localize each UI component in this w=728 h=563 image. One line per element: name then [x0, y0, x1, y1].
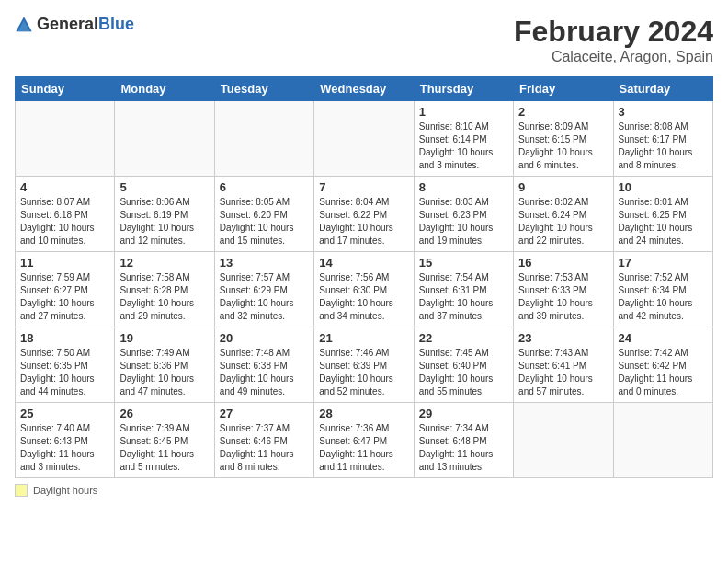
day-info: Sunrise: 7:58 AM Sunset: 6:28 PM Dayligh… [119, 271, 209, 323]
day-info: Sunrise: 7:57 AM Sunset: 6:29 PM Dayligh… [220, 271, 309, 323]
day-info: Sunrise: 7:54 AM Sunset: 6:31 PM Dayligh… [419, 271, 508, 323]
day-number: 27 [220, 407, 309, 420]
calendar-cell: 2Sunrise: 8:09 AM Sunset: 6:15 PM Daylig… [514, 101, 613, 177]
day-number: 8 [419, 180, 508, 194]
col-header-thursday: Thursday [414, 77, 513, 101]
day-info: Sunrise: 7:49 AM Sunset: 6:36 PM Dayligh… [119, 347, 209, 398]
header-row: SundayMondayTuesdayWednesdayThursdayFrid… [16, 77, 713, 101]
calendar-cell [613, 403, 712, 478]
calendar-cell: 1Sunrise: 8:10 AM Sunset: 6:14 PM Daylig… [414, 101, 513, 177]
day-info: Sunrise: 7:59 AM Sunset: 6:27 PM Dayligh… [20, 271, 109, 323]
day-number: 26 [119, 407, 209, 420]
calendar-cell [314, 101, 414, 177]
day-info: Sunrise: 8:08 AM Sunset: 6:17 PM Dayligh… [619, 121, 708, 172]
day-number: 22 [419, 331, 508, 345]
calendar-cell [16, 101, 115, 177]
day-number: 19 [119, 331, 209, 345]
calendar-cell: 3Sunrise: 8:08 AM Sunset: 6:17 PM Daylig… [613, 101, 712, 177]
calendar-cell: 12Sunrise: 7:58 AM Sunset: 6:28 PM Dayli… [115, 252, 214, 327]
main-container: GeneralBlue February 2024 Calaceite, Ara… [0, 0, 728, 506]
calendar-cell: 8Sunrise: 8:03 AM Sunset: 6:23 PM Daylig… [414, 177, 513, 252]
calendar-cell [514, 403, 613, 478]
day-info: Sunrise: 8:07 AM Sunset: 6:18 PM Dayligh… [20, 196, 109, 247]
day-info: Sunrise: 7:53 AM Sunset: 6:33 PM Dayligh… [518, 271, 608, 323]
calendar-cell: 14Sunrise: 7:56 AM Sunset: 6:30 PM Dayli… [314, 252, 414, 327]
calendar-week-1: 4Sunrise: 8:07 AM Sunset: 6:18 PM Daylig… [16, 177, 713, 252]
day-info: Sunrise: 8:10 AM Sunset: 6:14 PM Dayligh… [419, 121, 508, 172]
col-header-wednesday: Wednesday [314, 77, 414, 101]
day-number: 25 [20, 407, 109, 420]
day-number: 15 [419, 256, 508, 270]
col-header-monday: Monday [115, 77, 214, 101]
day-info: Sunrise: 8:02 AM Sunset: 6:24 PM Dayligh… [518, 196, 608, 247]
day-number: 13 [220, 256, 309, 270]
day-number: 18 [20, 331, 109, 345]
day-info: Sunrise: 8:06 AM Sunset: 6:19 PM Dayligh… [119, 196, 209, 247]
calendar-cell: 15Sunrise: 7:54 AM Sunset: 6:31 PM Dayli… [414, 252, 513, 327]
day-info: Sunrise: 7:56 AM Sunset: 6:30 PM Dayligh… [319, 271, 408, 323]
calendar-week-2: 11Sunrise: 7:59 AM Sunset: 6:27 PM Dayli… [16, 252, 713, 327]
day-info: Sunrise: 8:09 AM Sunset: 6:15 PM Dayligh… [518, 121, 608, 172]
col-header-saturday: Saturday [613, 77, 712, 101]
day-number: 5 [119, 180, 209, 194]
day-number: 14 [319, 256, 408, 270]
calendar-cell: 29Sunrise: 7:34 AM Sunset: 6:48 PM Dayli… [414, 403, 513, 478]
day-number: 10 [619, 180, 708, 194]
calendar-week-3: 18Sunrise: 7:50 AM Sunset: 6:35 PM Dayli… [16, 327, 713, 403]
day-info: Sunrise: 7:50 AM Sunset: 6:35 PM Dayligh… [20, 347, 109, 398]
day-info: Sunrise: 7:43 AM Sunset: 6:41 PM Dayligh… [518, 347, 608, 398]
day-number: 12 [119, 256, 209, 270]
day-info: Sunrise: 8:04 AM Sunset: 6:22 PM Dayligh… [319, 196, 408, 247]
day-info: Sunrise: 7:40 AM Sunset: 6:43 PM Dayligh… [20, 422, 109, 474]
day-info: Sunrise: 7:34 AM Sunset: 6:48 PM Dayligh… [419, 422, 508, 474]
calendar-cell: 7Sunrise: 8:04 AM Sunset: 6:22 PM Daylig… [314, 177, 414, 252]
calendar-cell: 10Sunrise: 8:01 AM Sunset: 6:25 PM Dayli… [613, 177, 712, 252]
day-number: 23 [518, 331, 608, 345]
calendar-cell: 4Sunrise: 8:07 AM Sunset: 6:18 PM Daylig… [16, 177, 115, 252]
calendar-cell: 9Sunrise: 8:02 AM Sunset: 6:24 PM Daylig… [514, 177, 613, 252]
calendar-cell: 24Sunrise: 7:42 AM Sunset: 6:42 PM Dayli… [613, 327, 712, 403]
calendar-cell: 5Sunrise: 8:06 AM Sunset: 6:19 PM Daylig… [115, 177, 214, 252]
day-number: 24 [619, 331, 708, 345]
col-header-friday: Friday [514, 77, 613, 101]
day-number: 3 [619, 105, 708, 119]
legend-label: Daylight hours [33, 485, 97, 496]
calendar-cell: 6Sunrise: 8:05 AM Sunset: 6:20 PM Daylig… [214, 177, 313, 252]
day-number: 6 [220, 180, 309, 194]
day-number: 20 [220, 331, 309, 345]
day-info: Sunrise: 7:48 AM Sunset: 6:38 PM Dayligh… [220, 347, 309, 398]
day-info: Sunrise: 7:42 AM Sunset: 6:42 PM Dayligh… [619, 347, 708, 398]
calendar-cell: 25Sunrise: 7:40 AM Sunset: 6:43 PM Dayli… [16, 403, 115, 478]
calendar-table: SundayMondayTuesdayWednesdayThursdayFrid… [15, 76, 713, 478]
day-number: 11 [20, 256, 109, 270]
day-number: 4 [20, 180, 109, 194]
day-number: 16 [518, 256, 608, 270]
day-info: Sunrise: 7:39 AM Sunset: 6:45 PM Dayligh… [119, 422, 209, 474]
day-info: Sunrise: 8:01 AM Sunset: 6:25 PM Dayligh… [619, 196, 708, 247]
calendar-cell: 13Sunrise: 7:57 AM Sunset: 6:29 PM Dayli… [214, 252, 313, 327]
day-number: 28 [319, 407, 408, 420]
calendar-body: 1Sunrise: 8:10 AM Sunset: 6:14 PM Daylig… [16, 101, 713, 478]
day-info: Sunrise: 7:52 AM Sunset: 6:34 PM Dayligh… [619, 271, 708, 323]
legend: Daylight hours [15, 484, 713, 497]
calendar-cell: 18Sunrise: 7:50 AM Sunset: 6:35 PM Dayli… [16, 327, 115, 403]
logo-icon [15, 16, 33, 34]
calendar-week-4: 25Sunrise: 7:40 AM Sunset: 6:43 PM Dayli… [16, 403, 713, 478]
day-number: 2 [518, 105, 608, 119]
day-number: 7 [319, 180, 408, 194]
calendar-cell [115, 101, 214, 177]
day-number: 17 [619, 256, 708, 270]
calendar-cell: 11Sunrise: 7:59 AM Sunset: 6:27 PM Dayli… [16, 252, 115, 327]
logo-general: GeneralBlue [37, 15, 134, 34]
header: GeneralBlue February 2024 Calaceite, Ara… [15, 15, 713, 65]
calendar-cell: 22Sunrise: 7:45 AM Sunset: 6:40 PM Dayli… [414, 327, 513, 403]
logo: GeneralBlue [15, 15, 134, 34]
calendar-cell [214, 101, 313, 177]
day-info: Sunrise: 7:46 AM Sunset: 6:39 PM Dayligh… [319, 347, 408, 398]
day-info: Sunrise: 8:03 AM Sunset: 6:23 PM Dayligh… [419, 196, 508, 247]
title-block: February 2024 Calaceite, Aragon, Spain [514, 15, 713, 65]
location-subtitle: Calaceite, Aragon, Spain [514, 49, 713, 65]
col-header-sunday: Sunday [16, 77, 115, 101]
calendar-cell: 26Sunrise: 7:39 AM Sunset: 6:45 PM Dayli… [115, 403, 214, 478]
calendar-week-0: 1Sunrise: 8:10 AM Sunset: 6:14 PM Daylig… [16, 101, 713, 177]
